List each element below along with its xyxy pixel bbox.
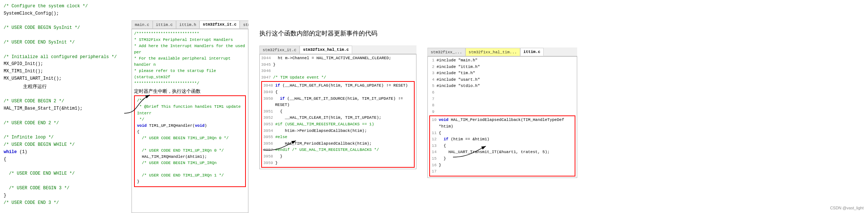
tab-bar-2: stm32f1xx_it.c stm32f1xx_hal_tim.c <box>259 45 416 54</box>
row-3949: 3949 { <box>263 89 412 96</box>
code-line-10: MX_TIM1_Init(); <box>4 68 121 75</box>
row-6: 6 <box>429 90 575 96</box>
row-3950: 3950 if (__HAL_TIM_GET_IT_SOURCE(htim, T… <box>263 96 412 109</box>
code-line-7 <box>4 46 121 54</box>
code-line-26: /* USER CODE END 3 */ <box>4 199 121 207</box>
row-16: 16 } <box>431 162 573 169</box>
code-line-24: /* USER CODE BEGIN 3 */ <box>4 185 121 192</box>
user-code-begin-2: /* USER CODE BEGIN TIM1_UP_IRQn <box>137 160 243 166</box>
hal-tim-irq: HAL_TIM_IRQHandler(&htim1); <box>137 154 243 160</box>
row-14: 14 HAL_UART_Transmit_IT(&huart1, tratest… <box>431 149 573 156</box>
tim1-irq-handler-block: /** * @brief This function handles TIM1 … <box>134 95 246 187</box>
editor-panel-1: main.c ittim.c ittim.h stm32f1xx_it.c st… <box>132 20 248 213</box>
code-line-15: /* USER CODE END 2 */ <box>4 120 121 127</box>
watermark: CSDN @vast_light <box>830 206 864 210</box>
row-3953: 3953 #if (USE_HAL_TIM_REGISTER_CALLBACKS… <box>263 121 412 128</box>
code-line-20: { <box>4 156 121 163</box>
editor-1-content: /************************** * STM32F1xx … <box>132 29 248 213</box>
row-3944: 3944 ht m->Channel = HAL_TIM_ACTIVE_CHAN… <box>261 55 415 62</box>
tab3-hal-tim[interactable]: stm32f1xx_hal_tim... <box>465 48 520 56</box>
row-3952: 3952 __HAL_TIM_CLEAR_IT(htim, TIM_IT_UPD… <box>263 115 412 121</box>
brief-comment-2: * @brief This function handles TIM1 upda… <box>137 104 243 116</box>
annotation-main: 主程序运行 <box>23 84 47 89</box>
row-3945: 3945 } <box>261 62 415 68</box>
code-line-1: /* Configure the system clock */ <box>4 3 121 10</box>
code-line-13: HAL_TIM_Base_Start_IT(&htim1); <box>4 105 121 113</box>
row-3956: 3956 HAL_TIM_PeriodElapsedCallback(htim)… <box>263 141 412 147</box>
row-5: 5 #include "stdio.h" <box>429 83 575 90</box>
tab3-stm32-ellipsis[interactable]: stm32f1xx_... <box>427 48 465 56</box>
code-line-11: MX_USART1_UART_Init(); 主程序运行 <box>4 75 121 98</box>
row-9: 9 <box>429 109 575 115</box>
code-line-18: /* USER CODE BEGIN WHILE */ <box>4 141 121 149</box>
tab-ittim-h[interactable]: ittim.h <box>176 20 199 28</box>
code-line-6: /* USER CODE END SysInit */ <box>4 39 121 46</box>
row-3951: 3951 { <box>263 109 412 115</box>
row-1: 1 #include "main.h" <box>429 57 575 64</box>
blank-1 <box>137 141 243 148</box>
user-code-begin: /* USER CODE BEGIN TIM1_UP_IRQn 0 */ <box>137 135 243 141</box>
tab-stm32-it-c[interactable]: stm32f1xx_it.c <box>199 20 240 28</box>
brace-open: { <box>137 129 243 135</box>
brief-comment: /** <box>137 98 243 104</box>
code-line-14 <box>4 113 121 120</box>
code-line-23 <box>4 178 121 185</box>
tab-bar-1: main.c ittim.c ittim.h stm32f1xx_it.c st… <box>132 20 248 29</box>
code-line-3 <box>4 18 121 25</box>
editor-2-content: 3944 ht m->Channel = HAL_TIM_ACTIVE_CHAN… <box>259 54 416 169</box>
tab2-hal-tim[interactable]: stm32f1xx_hal_tim.c <box>300 46 352 54</box>
code-line-5 <box>4 32 121 39</box>
editor-panel-2: 执行这个函数内部的定时器更新事件的代码 stm32f1xx_it.c stm32… <box>259 47 416 213</box>
row-10: 10 void HAL_TIM_PeriodElapsedCallback(TI… <box>431 117 573 130</box>
row-15: 15 } <box>431 156 573 162</box>
void-tim1: void TIM1_UP_IRQHandler(void) <box>137 123 243 129</box>
code-line-8: /* Initialize all configured peripherals… <box>4 54 121 61</box>
brief-comment-3: */ <box>137 117 243 123</box>
row-3954: 3954 htim->PeriodElapsedCallback(htim); <box>263 128 412 134</box>
tim-update-highlight-box: 3948 if (__HAL_TIM_GET_FLAG(htim, TIM_FL… <box>261 81 415 168</box>
row-2: 2 #include "ittim.h" <box>429 64 575 71</box>
tab3-ittim-c[interactable]: ittim.c <box>520 48 544 56</box>
row-11: 11 { <box>431 130 573 137</box>
editor-3-content: 1 #include "main.h" 2 #include "ittim.h"… <box>427 56 577 178</box>
annotation-timer-interrupt: 定时器产生中断，执行这个函数 <box>134 88 246 95</box>
code-line-16 <box>4 127 121 134</box>
code-line-9: MX_GPIO_Init(); <box>4 61 121 68</box>
annotation-timer-update: 执行这个函数内部的定时器更新事件的代码 <box>259 29 416 38</box>
header-comment-block: /************************** * STM32F1xx … <box>134 31 246 87</box>
tab-bar-3: stm32f1xx_... stm32f1xx_hal_tim... ittim… <box>427 47 577 56</box>
tab2-stm32-it[interactable]: stm32f1xx_it.c <box>259 46 300 54</box>
row-3958: 3958 } <box>263 153 412 160</box>
row-3946: 3946 <box>261 68 415 75</box>
main-container: /* Configure the system clock */ SystemC… <box>0 0 868 213</box>
tab-main-c[interactable]: main.c <box>132 20 153 28</box>
row-3: 3 #include "tim.h" <box>429 70 575 77</box>
editor-panel-3: stm32f1xx_... stm32f1xx_hal_tim... ittim… <box>427 47 577 213</box>
row-3947: 3947 /* TIM Update event */ <box>261 75 415 81</box>
callback-highlight-box: 10 void HAL_TIM_PeriodElapsedCallback(TI… <box>429 115 575 176</box>
code-line-12: /* USER CODE BEGIN 2 */ <box>4 98 121 105</box>
row-17: 17 <box>431 168 573 175</box>
row-3955: 3955 #else <box>263 134 412 141</box>
row-13: 13 { <box>431 143 573 149</box>
blank-2 <box>137 166 243 172</box>
row-3957: 3957 #endif /* USE_HAL_TIM_REGISTER_CALL… <box>263 147 412 153</box>
left-panel: /* Configure the system clock */ SystemC… <box>0 0 124 213</box>
row-4: 4 #include "usart.h" <box>429 77 575 83</box>
code-line-21 <box>4 163 121 171</box>
code-line-17: /* Infinite loop */ <box>4 134 121 141</box>
brace-close: } <box>137 179 243 185</box>
tab-ittim-c[interactable]: ittim.c <box>153 20 176 28</box>
code-line-25: } <box>4 192 121 199</box>
row-7: 7 <box>429 96 575 103</box>
row-3959: 3959 } <box>263 160 412 167</box>
code-line-19: while (1) <box>4 149 121 156</box>
code-line-22: /* USER CODE END WHILE */ <box>4 170 121 178</box>
code-line-2: SystemClock_Config(); <box>4 10 121 18</box>
tab-stm32-ellipsis[interactable]: stm32f1xx_... <box>240 20 248 28</box>
code-line-4: /* USER CODE BEGIN SysInit */ <box>4 24 121 32</box>
user-code-end-2: /* USER CODE END TIM1_UP_IRQn 1 */ <box>137 172 243 179</box>
row-3948: 3948 if (__HAL_TIM_GET_FLAG(htim, TIM_FL… <box>263 83 412 89</box>
row-8: 8 <box>429 102 575 109</box>
row-12: 12 if (htim == &htim1) <box>431 136 573 143</box>
